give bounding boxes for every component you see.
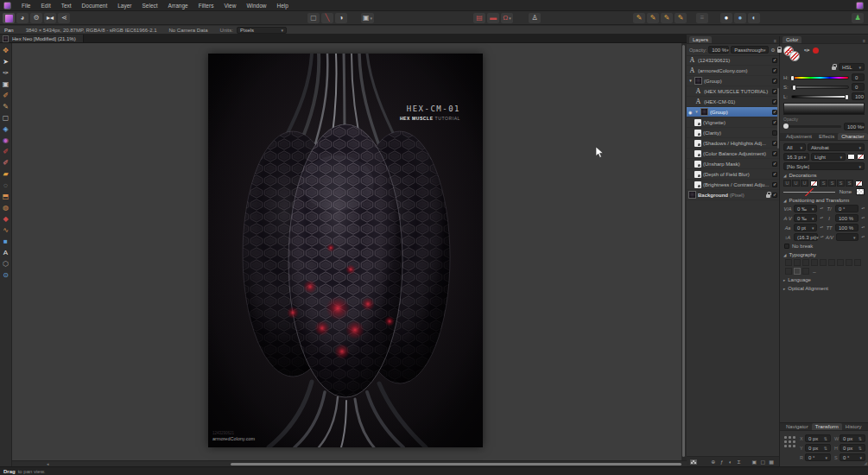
strikethrough-button[interactable]: S — [828, 180, 836, 187]
sharpen-tool[interactable]: ◆ — [0, 213, 11, 225]
live-filter-button[interactable]: Σ — [735, 459, 744, 465]
layer-visibility-checkbox[interactable]: ✓ — [772, 182, 777, 187]
layer-visibility-checkbox[interactable]: ✓ — [772, 68, 777, 73]
slider-value[interactable]: 0 — [852, 73, 865, 81]
layer-opacity-select[interactable]: 100 % ▾ — [708, 46, 729, 54]
positioning-field[interactable]: (16.3 pt)▾ — [794, 233, 818, 241]
anchor-point-selector[interactable] — [782, 434, 797, 449]
font-size-select[interactable]: 16.3 pt ▾ — [783, 153, 809, 161]
layer-hex-cm-01[interactable]: A(HEX-CM-01)✓ — [687, 97, 779, 107]
smudge-tool[interactable]: ∿ — [0, 225, 11, 236]
picked-color-dot[interactable] — [813, 48, 819, 54]
paint-brush-tool[interactable]: ✐ — [0, 146, 11, 157]
layer-visibility-checkbox[interactable]: ✓ — [772, 193, 777, 198]
move-tool[interactable]: ➤ — [0, 56, 11, 67]
typography-button[interactable] — [802, 268, 809, 275]
insert-replace-button[interactable]: ✎ — [675, 13, 687, 23]
fill-color-swatch[interactable] — [789, 51, 800, 61]
font-family-select[interactable]: Akrobat ▾ — [808, 143, 865, 151]
layer-clarity[interactable]: (Clarity) — [687, 128, 779, 138]
transform-input-w[interactable]: 0 px⇅ — [839, 434, 865, 442]
selection-brush-tool[interactable]: ✐ — [0, 90, 11, 101]
strikethrough-button[interactable]: S — [820, 180, 827, 187]
account-button[interactable]: ♟ — [852, 13, 864, 23]
transform-input-x[interactable]: 0 px⇅ — [805, 434, 831, 442]
expand-arrow-icon[interactable]: ▼ — [694, 110, 699, 114]
layer-mask-button[interactable]: ◐ — [726, 459, 735, 465]
language-section-header[interactable]: ▸ Language — [780, 276, 868, 284]
layer-group-1[interactable]: ▼(Group)✓ — [687, 76, 779, 86]
gradient-tool[interactable]: ◉ — [0, 135, 11, 146]
slider-knob[interactable] — [845, 94, 849, 100]
positioning-section-header[interactable]: ◢ Positioning and Transform — [780, 196, 868, 204]
stepper-arrows-icon[interactable]: ▴▾ — [861, 207, 865, 210]
clip-canvas-button[interactable]: ╲ — [321, 13, 333, 23]
menu-filters[interactable]: Filters — [193, 0, 219, 10]
underline-button[interactable]: U — [801, 180, 808, 187]
color-picker-tool[interactable]: ✑ — [0, 67, 11, 79]
layer-armoredcolony-com[interactable]: A(armoredColony.com)✓ — [687, 66, 779, 76]
tab-color[interactable]: Color — [782, 36, 801, 43]
typography-button[interactable] — [794, 268, 801, 275]
typography-button[interactable] — [802, 259, 809, 266]
positioning-field[interactable]: ▾ — [836, 233, 859, 241]
liquify-persona-button[interactable]: ◕ — [16, 13, 29, 23]
decoration-fill-swatch[interactable] — [856, 188, 865, 195]
transform-input-h[interactable]: 0 px⇅ — [839, 444, 865, 452]
new-layer-button[interactable]: ▢ — [758, 459, 767, 465]
layers-scroll-thumb[interactable] — [777, 88, 779, 149]
eraser-tool[interactable]: ▰ — [0, 168, 11, 180]
slider-value[interactable]: 100 — [852, 92, 865, 100]
typography-button[interactable] — [785, 259, 792, 266]
expand-arrow-icon[interactable]: ▼ — [688, 79, 693, 83]
text-tool[interactable]: A — [0, 247, 11, 258]
stepper-arrows-icon[interactable]: ▴▾ — [861, 226, 865, 229]
arrange-button[interactable]: ≡ — [696, 13, 708, 23]
blend-options-button[interactable]: ⊕ — [709, 459, 718, 465]
menu-document[interactable]: Document — [77, 0, 113, 10]
menu-edit[interactable]: Edit — [35, 0, 55, 10]
new-group-button[interactable]: ▣ — [750, 459, 758, 465]
typography-button[interactable] — [854, 259, 861, 266]
auto-select-button[interactable]: ▤ — [473, 13, 485, 23]
strikethrough-button[interactable]: S — [846, 180, 853, 187]
rotate-canvas-button[interactable]: ▢ — [307, 13, 320, 23]
tab-character[interactable]: Character — [838, 133, 867, 140]
transparency-toggle-button[interactable]: ◑ — [335, 13, 347, 23]
view-tool[interactable]: ✥ — [0, 45, 11, 56]
typography-button[interactable] — [785, 268, 792, 275]
menu-help[interactable]: Help — [272, 0, 294, 10]
view-quality-split-button[interactable]: ◐ — [748, 13, 760, 23]
layer-vignette[interactable]: (Vignette)✓ — [687, 117, 779, 128]
tab-channels[interactable]: Channels — [865, 423, 868, 430]
underline-button[interactable]: U — [792, 180, 800, 187]
clone-stamp-tool[interactable]: ⬒ — [0, 191, 11, 202]
opacity-slider[interactable] — [783, 125, 841, 128]
transform-input-y[interactable]: 0 px⇅ — [805, 444, 831, 452]
typography-button[interactable] — [794, 259, 801, 266]
lum-slider[interactable] — [791, 95, 849, 98]
zoom-tool[interactable]: ⊙ — [0, 269, 11, 281]
slider-knob[interactable] — [792, 85, 796, 91]
menu-view[interactable]: View — [219, 0, 241, 10]
sat-slider[interactable] — [791, 86, 849, 89]
dodge-tool[interactable]: ◌ — [0, 180, 11, 191]
stepper-arrows-icon[interactable]: ▴▾ — [820, 217, 823, 219]
panel-menu-icon[interactable]: ≡ — [863, 38, 865, 43]
color-tag-swatch[interactable] — [690, 459, 697, 465]
typography-section-header[interactable]: ◢ Typography — [780, 250, 868, 258]
panel-menu-icon[interactable]: ≡ — [774, 38, 776, 43]
color-mode-select[interactable]: HSL ▾ — [839, 63, 865, 71]
font-weight-select[interactable]: Light ▾ — [811, 153, 846, 161]
crop-tool[interactable]: ▣ — [0, 79, 11, 90]
document-tab[interactable]: Hex Neo [Modified] (21.1%) — [0, 35, 84, 42]
blend-mode-select[interactable]: Passthrough ▾ — [731, 46, 769, 54]
positioning-field[interactable]: 100 % — [835, 214, 858, 222]
panel-resize-grip[interactable]: ◢ — [864, 460, 867, 466]
underline-button[interactable]: U — [783, 180, 791, 187]
blur-tool[interactable]: ◍ — [0, 202, 11, 213]
layer-group-2[interactable]: ◉▼(Group)✓ — [687, 107, 779, 117]
menu-window[interactable]: Window — [241, 0, 271, 10]
pencil-tool[interactable]: ✎ — [0, 101, 11, 112]
stepper-arrows-icon[interactable]: ▴▾ — [861, 236, 865, 238]
